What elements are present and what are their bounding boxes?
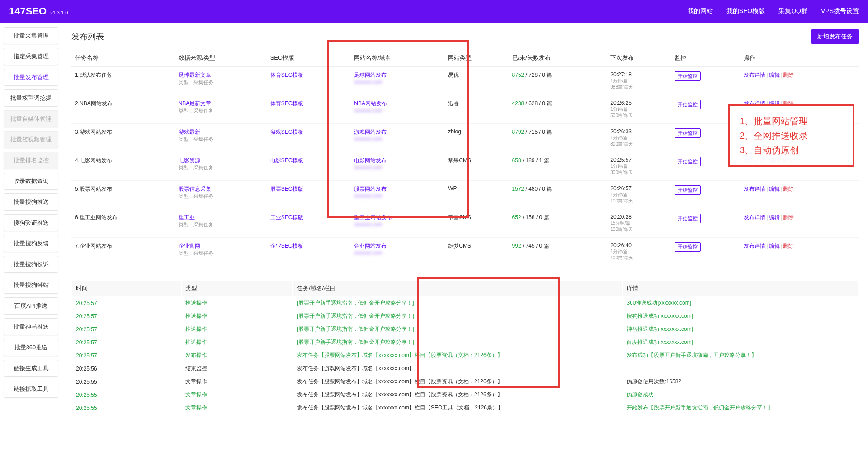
cell-source-link[interactable]: 足球最新文章 — [179, 72, 211, 78]
sidebar-item-8[interactable]: 批量搜狗推送 — [4, 193, 58, 211]
sidebar-item-15[interactable]: 批量360推送 — [4, 339, 58, 356]
sidebar-item-9[interactable]: 搜狗验证推送 — [4, 214, 58, 231]
start-monitor-button[interactable]: 开始监控 — [675, 185, 701, 195]
sidebar-item-13[interactable]: 百度API推送 — [4, 297, 58, 315]
cell-site-type: 易优 — [444, 67, 508, 95]
op-detail[interactable]: 发布详情 — [744, 243, 765, 249]
op-detail[interactable]: 发布详情 — [744, 214, 765, 221]
sidebar-item-10[interactable]: 批量搜狗反馈 — [4, 235, 58, 252]
op-delete[interactable]: 删除 — [783, 186, 794, 192]
op-edit[interactable]: 编辑 — [769, 186, 780, 192]
cell-domain: xxxxxxx.com — [354, 221, 441, 227]
sidebar-item-16[interactable]: 链接生成工具 — [4, 360, 58, 377]
cell-site-link[interactable]: 足球网站发布 — [354, 72, 387, 78]
nav-qq-group[interactable]: 采集QQ群 — [778, 7, 807, 15]
cell-source-link[interactable]: 股票信息采集 — [179, 186, 211, 192]
start-monitor-button[interactable]: 开始监控 — [675, 128, 701, 138]
log-task: 发布任务【股票网站发布】域名【xxxxxxx.com】栏目【股票资讯（文档：21… — [293, 376, 622, 388]
nav-my-sites[interactable]: 我的网站 — [688, 7, 713, 15]
log-type: 推送操作 — [182, 336, 292, 348]
sidebar-item-7[interactable]: 收录数据查询 — [4, 173, 58, 190]
cell-ops: 发布详情|编辑|删除 — [740, 238, 859, 266]
cell-source-type: 类型：采集任务 — [179, 250, 263, 257]
log-row: 20:25:55文章操作发布任务【股票网站发布】域名【xxxxxxx.com】栏… — [72, 389, 858, 401]
op-edit[interactable]: 编辑 — [769, 243, 780, 249]
log-task: 发布任务【股票网站发布】域名【xxxxxxx.com】栏目【SEO工具（文档：2… — [293, 402, 622, 414]
start-monitor-button[interactable]: 开始监控 — [675, 214, 701, 223]
cell-template-link[interactable]: 体育SEO模板 — [270, 100, 303, 107]
log-time: 20:25:55 — [72, 389, 181, 401]
log-type: 发布操作 — [182, 349, 292, 362]
cell-source-link[interactable]: 重工业 — [179, 214, 195, 221]
annotation-overlay: 1、批量网站管理 2、全网推送收录 3、自动伪原创 — [728, 104, 854, 167]
cell-site-link[interactable]: 股票网站发布 — [354, 186, 387, 192]
sidebar-item-2[interactable]: 批量发布管理 — [4, 69, 58, 86]
sidebar-item-0[interactable]: 批量采集管理 — [4, 27, 58, 44]
log-row: 20:25:55文章操作发布任务【股票网站发布】域名【xxxxxxx.com】栏… — [72, 402, 858, 414]
cell-site-link[interactable]: NBA网站发布 — [354, 100, 387, 107]
start-monitor-button[interactable]: 开始监控 — [675, 242, 701, 252]
cell-domain: xxxxxxx.com — [354, 79, 441, 85]
cell-source-type: 类型：采集任务 — [179, 136, 263, 143]
log-task: 发布任务【股票网站发布】域名【xxxxxxx.com】栏目【股票资讯（文档：21… — [293, 349, 622, 362]
log-col-1: 类型 — [182, 281, 292, 296]
cell-source-link[interactable]: 游戏最新 — [179, 129, 200, 135]
log-row: 20:25:57推送操作[股票开户新手逐坑指南，低佣金开户攻略分享！]搜狗推送成… — [72, 310, 858, 322]
cell-source-link[interactable]: 企业官网 — [179, 243, 200, 249]
cell-template-link[interactable]: 游戏SEO模板 — [270, 129, 303, 135]
nav-seo-templates[interactable]: 我的SEO模版 — [726, 7, 765, 15]
log-detail: 百度推送成功[xxxxxxx.com] — [623, 336, 858, 348]
cell-site-link[interactable]: 电影网站发布 — [354, 157, 387, 164]
cell-template-link[interactable]: 电影SEO模板 — [270, 157, 303, 164]
cell-site-link[interactable]: 重工业网站发布 — [354, 214, 392, 221]
start-monitor-button[interactable]: 开始监控 — [675, 71, 701, 81]
op-delete[interactable]: 删除 — [783, 72, 794, 78]
table-row: 1.默认发布任务足球最新文章类型：采集任务体育SEO模板足球网站发布xxxxxx… — [71, 67, 859, 95]
cell-domain: xxxxxxx.com — [354, 108, 441, 113]
cell-publish-count: 8752 / 728 / 0 篇 — [509, 67, 607, 95]
op-detail[interactable]: 发布详情 — [744, 186, 765, 192]
log-time: 20:25:55 — [72, 402, 181, 414]
cell-template-link[interactable]: 企业SEO模板 — [270, 243, 303, 249]
log-time: 20:25:56 — [72, 362, 181, 375]
cell-next-publish: 20:26:331分钟/篇800篇/每天 — [607, 124, 670, 152]
op-delete[interactable]: 删除 — [783, 243, 794, 249]
log-type: 文章操作 — [182, 402, 292, 414]
sidebar-item-3[interactable]: 批量权重词挖掘 — [4, 89, 58, 107]
op-delete[interactable]: 删除 — [783, 214, 794, 221]
log-time: 20:25:57 — [72, 310, 181, 322]
cell-site-link[interactable]: 企业网站发布 — [354, 243, 387, 249]
cell-site-link[interactable]: 游戏网站发布 — [354, 129, 387, 135]
op-edit[interactable]: 编辑 — [769, 72, 780, 78]
brand-title: 147SEO — [9, 5, 47, 17]
log-time: 20:25:57 — [72, 349, 181, 362]
start-monitor-button[interactable]: 开始监控 — [675, 100, 701, 109]
op-edit[interactable]: 编辑 — [769, 214, 780, 221]
log-col-2: 任务/域名/栏目 — [293, 281, 622, 296]
cell-source-link[interactable]: 电影资源 — [179, 157, 200, 164]
cell-site-type: 织梦CMS — [444, 238, 508, 266]
sidebar-item-14[interactable]: 批量神马推送 — [4, 318, 58, 335]
op-detail[interactable]: 发布详情 — [744, 72, 765, 78]
cell-source-type: 类型：采集任务 — [179, 79, 263, 86]
cell-source-type: 类型：采集任务 — [179, 193, 263, 200]
sidebar-item-17[interactable]: 链接抓取工具 — [4, 381, 58, 398]
sidebar-item-12[interactable]: 批量搜狗绑站 — [4, 277, 58, 294]
log-detail: 开始发布【股票开户新手逐坑指南，低佣金开户攻略分享！】 — [623, 402, 858, 414]
new-publish-task-button[interactable]: 新增发布任务 — [811, 29, 859, 44]
cell-next-publish: 20:27:181分钟/篇988篇/每天 — [607, 67, 670, 95]
log-task: [股票开户新手逐坑指南，低佣金开户攻略分享！] — [293, 310, 622, 322]
log-detail: 伪原创使用次数:16582 — [623, 376, 858, 388]
col-header-5: 已/未/失败发布 — [509, 49, 607, 67]
start-monitor-button[interactable]: 开始监控 — [675, 157, 701, 166]
cell-template-link[interactable]: 体育SEO模板 — [270, 72, 303, 78]
sidebar-item-1[interactable]: 指定采集管理 — [4, 48, 58, 65]
cell-site-type: 帝国CMS — [444, 209, 508, 238]
cell-template-link[interactable]: 工业SEO模版 — [270, 214, 303, 221]
cell-template-link[interactable]: 股票SEO模版 — [270, 186, 303, 192]
log-row: 20:25:57推送操作[股票开户新手逐坑指南，低佣金开户攻略分享！]360推送… — [72, 297, 858, 309]
sidebar-item-11[interactable]: 批量搜狗投诉 — [4, 256, 58, 273]
nav-vps-dial[interactable]: VPS拨号设置 — [821, 7, 859, 15]
log-col-3: 详情 — [623, 281, 858, 296]
cell-source-link[interactable]: NBA最新文章 — [179, 100, 212, 107]
